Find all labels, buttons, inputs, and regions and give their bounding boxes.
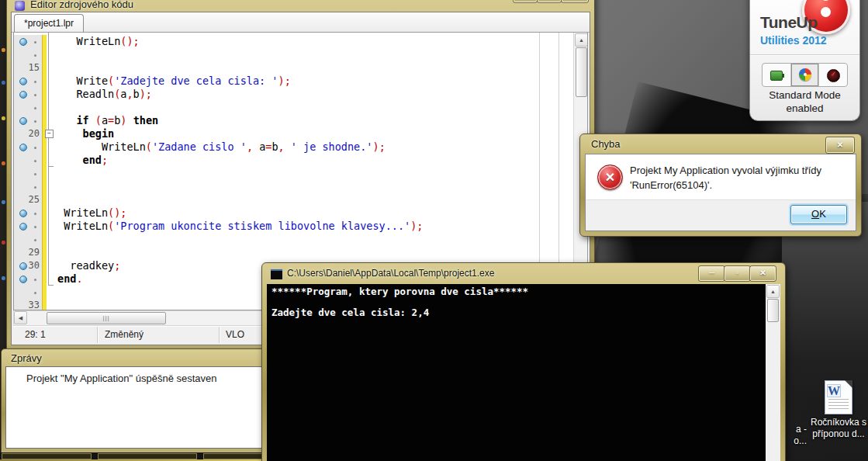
word-icon: W — [825, 380, 852, 414]
gutter-cell[interactable] — [14, 286, 42, 299]
close-icon[interactable] — [562, 0, 588, 2]
fold-margin — [47, 286, 57, 299]
gutter-cell[interactable] — [14, 154, 42, 167]
economy-mode-button[interactable] — [763, 64, 791, 86]
line-number: 25 — [29, 194, 40, 205]
left-arrow-icon[interactable]: ◀ — [14, 311, 27, 324]
gutter-cell[interactable] — [14, 88, 42, 101]
ok-button[interactable]: OK — [790, 205, 847, 224]
gutter-cell[interactable] — [14, 101, 42, 114]
debug-point-icon[interactable] — [19, 117, 27, 125]
console-client: ******Program, ktery porovna dve cisla**… — [267, 284, 780, 461]
token-sym: ); — [410, 220, 423, 232]
icon-fragment — [2, 81, 5, 85]
ok-label: K — [819, 208, 826, 220]
minimize-icon[interactable] — [514, 0, 537, 2]
gutter-cell[interactable] — [14, 114, 42, 127]
debug-point-icon[interactable] — [19, 276, 27, 283]
gutter-dot — [34, 107, 36, 109]
window-title: Zprávy — [11, 352, 42, 364]
bottom-window-edges — [0, 452, 271, 461]
gutter-dot — [34, 160, 36, 162]
maximize-icon[interactable] — [538, 0, 561, 2]
maximize-icon[interactable]: ▫ — [724, 266, 750, 281]
gutter-cell[interactable] — [14, 220, 42, 233]
gutter-cell[interactable]: 15 — [14, 61, 42, 75]
token-sym: ( — [95, 114, 102, 127]
gutter-dot — [34, 147, 36, 149]
fold-margin — [47, 299, 57, 310]
token-kw: end — [83, 154, 102, 166]
token-id: a — [102, 114, 108, 127]
icon-label-line1: Ročníkovka s — [807, 417, 868, 428]
code-line: WriteLn(); — [14, 35, 573, 48]
gutter-cell[interactable]: 30 — [14, 259, 42, 272]
debug-point-icon[interactable] — [19, 38, 27, 46]
scrollbar-thumb[interactable]: ||| — [47, 312, 166, 324]
token-str: ' je shodne.' — [291, 140, 373, 153]
gutter-cell[interactable]: 33 — [14, 299, 42, 310]
turbo-mode-button[interactable] — [819, 64, 847, 86]
close-icon[interactable]: ✕ — [826, 137, 854, 153]
up-arrow-icon[interactable]: ▲ — [575, 33, 588, 47]
code-line: 15 — [14, 61, 573, 75]
word-document-icon[interactable]: W Ročníkovka s příponou d... — [807, 380, 868, 440]
debug-point-icon[interactable] — [19, 78, 27, 85]
token-sym: ( — [146, 140, 152, 153]
console-output[interactable]: ******Program, ktery porovna dve cisla**… — [267, 284, 766, 461]
tuneup-mode-buttons — [762, 63, 848, 87]
token-id: Write — [76, 75, 108, 87]
debug-point-icon[interactable] — [19, 144, 27, 151]
gutter-cell[interactable]: 25 — [14, 193, 42, 206]
gutter-cell[interactable]: 29 — [14, 246, 42, 259]
logo-dot — [821, 7, 831, 17]
tuneup-status-line1: Standard Mode — [750, 89, 859, 101]
gutter-cell[interactable] — [14, 75, 42, 88]
line-number: 30 — [29, 260, 40, 271]
gutter-cell[interactable]: 20 — [14, 127, 42, 140]
token-pl — [57, 220, 64, 232]
scrollbar-thumb[interactable] — [767, 299, 779, 322]
code-line: WriteLn('Zadane cislo ', a=b, ' je shodn… — [14, 140, 573, 154]
debug-point-icon[interactable] — [19, 223, 27, 230]
gutter-dot — [34, 81, 36, 83]
token-pl — [57, 127, 83, 140]
battery-icon — [770, 71, 783, 81]
partial-icon-label: a - o... — [776, 424, 807, 447]
gutter-cell[interactable] — [14, 48, 42, 61]
icon-fragment — [2, 161, 5, 165]
code-text: Write('Zadejte dve cela cisla: '); — [57, 75, 573, 88]
gutter-cell[interactable] — [14, 206, 42, 220]
minimize-icon[interactable]: ─ — [699, 266, 724, 281]
token-sym: ); — [278, 75, 291, 87]
tuneup-widget: TuneUp Utilities 2012 Standard Mode enab… — [749, 0, 860, 121]
gutter-cell[interactable] — [14, 180, 42, 193]
gutter-cell[interactable] — [14, 233, 42, 246]
token-sym: (); — [108, 206, 126, 219]
code-line: 25 — [14, 193, 573, 206]
standard-mode-button[interactable] — [791, 64, 820, 86]
dialog-body: ✕ Projekt My Application vyvolal výjimku… — [585, 154, 856, 231]
gutter-cell[interactable] — [14, 272, 42, 286]
debug-point-icon[interactable] — [19, 262, 27, 270]
gutter-cell[interactable] — [14, 140, 42, 154]
up-arrow-icon[interactable]: ▲ — [766, 285, 780, 298]
code-line: Readln(a,b); — [14, 88, 573, 101]
build-success-message[interactable]: Projekt "My Application" úspěšně sestave… — [26, 373, 217, 384]
error-icon: ✕ — [597, 165, 623, 190]
error-message: Projekt My Application vyvolal výjimku t… — [630, 163, 821, 192]
token-str: 'Zadane cislo ' — [152, 140, 247, 153]
tab-project1[interactable]: *project1.lpr — [14, 14, 84, 32]
line-number: 15 — [29, 62, 40, 73]
scrollbar-thumb[interactable] — [576, 47, 587, 97]
gutter-cell[interactable] — [14, 35, 42, 48]
debug-point-icon[interactable] — [19, 210, 27, 217]
line-number: 33 — [29, 300, 40, 310]
tuneup-status-line2: enabled — [750, 102, 859, 114]
close-icon[interactable]: ✕ — [750, 266, 776, 281]
debug-point-icon[interactable] — [19, 91, 27, 99]
fold-box-icon[interactable]: − — [45, 130, 54, 138]
gutter-dot — [34, 226, 36, 228]
token-pl — [127, 114, 133, 127]
gutter-cell[interactable] — [14, 167, 42, 180]
